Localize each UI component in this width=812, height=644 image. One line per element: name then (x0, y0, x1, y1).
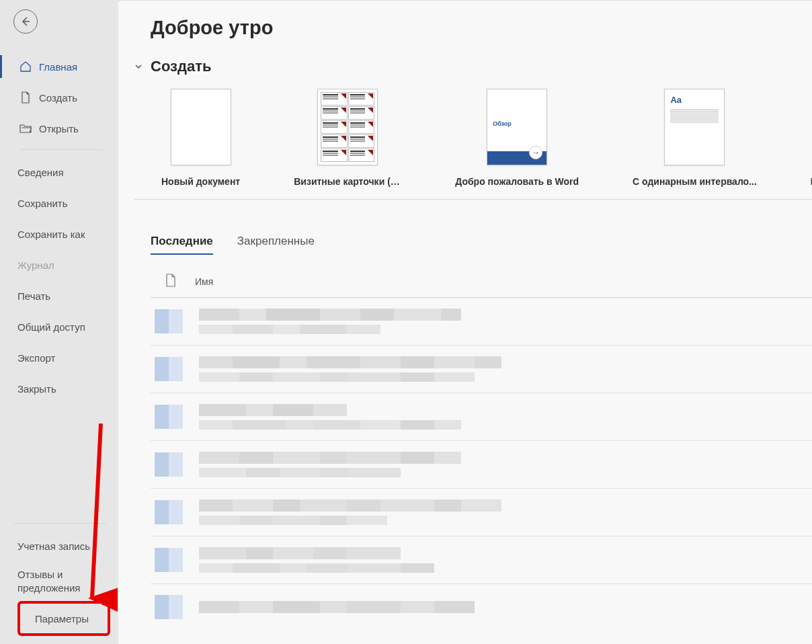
file-text-placeholder (199, 547, 812, 573)
template-welcome[interactable]: Обзор → Добро пожаловать в Word (455, 89, 579, 187)
sidebar: Главная Создать Открыть Сведения Сохрани… (0, 0, 117, 644)
nav-label: Сохранить (17, 198, 68, 209)
nav-account[interactable]: Учетная запись (0, 530, 117, 561)
nav-save-as[interactable]: Сохранить как (0, 218, 117, 249)
nav-label: Открыть (39, 123, 79, 134)
nav-label: Общий доступ (17, 321, 85, 333)
chevron-down-icon (133, 63, 144, 71)
annotation-highlight: Параметры (17, 601, 110, 636)
file-row[interactable] (151, 298, 812, 346)
nav-label: Учетная запись (17, 540, 90, 552)
file-icon-placeholder (155, 500, 183, 524)
template-business-cards[interactable]: Визитные карточки (совр... (294, 89, 401, 187)
file-list (151, 298, 812, 630)
templates-row: Новый документ Визитные карточки (совр..… (151, 89, 812, 187)
file-row[interactable] (151, 346, 812, 393)
nav-feedback[interactable]: Отзывы и предложения (0, 561, 117, 601)
file-text-placeholder (199, 309, 812, 334)
nav-options[interactable]: Параметры (20, 604, 108, 633)
greeting-title: Доброе утро (151, 17, 812, 39)
create-title: Создать (151, 58, 211, 75)
thumb-text: Aa (670, 95, 682, 105)
nav-export[interactable]: Экспорт (0, 342, 117, 373)
template-label: Визитные карточки (совр... (294, 176, 401, 187)
nav-top-section: Главная Создать Открыть (0, 51, 117, 144)
recent-tabs: Последние Закрепленные (151, 235, 812, 255)
template-thumb: Обзор → (487, 89, 547, 165)
nav-info[interactable]: Сведения (0, 157, 117, 188)
main-panel: Доброе утро Создать Новый документ Визит… (118, 0, 812, 644)
file-text-placeholder (199, 452, 812, 477)
file-row[interactable] (151, 393, 812, 441)
home-icon (17, 61, 34, 73)
nav-label: Создать (39, 92, 77, 104)
nav-save[interactable]: Сохранить (0, 188, 117, 218)
nav-label: Сохранить как (17, 229, 85, 240)
file-text-placeholder (199, 356, 812, 382)
nav-label: Сведения (17, 167, 64, 178)
divider (13, 523, 106, 524)
file-icon (17, 91, 34, 104)
file-list-header: Имя (151, 267, 812, 298)
nav-home[interactable]: Главная (0, 51, 117, 82)
create-section-header[interactable]: Создать (133, 58, 812, 75)
file-text-placeholder (199, 601, 812, 613)
template-label: Добро пожаловать в Word (455, 176, 579, 187)
nav-label: Печать (17, 290, 50, 302)
thumb-text: Обзор (493, 120, 512, 127)
tab-recent[interactable]: Последние (151, 235, 213, 255)
nav-label: Экспорт (17, 352, 55, 364)
file-icon-placeholder (155, 357, 183, 381)
nav-label: Параметры (35, 613, 89, 625)
template-thumb: Aa (664, 89, 725, 165)
col-name-label: Имя (195, 276, 213, 287)
nav-share[interactable]: Общий доступ (0, 311, 117, 342)
nav-print[interactable]: Печать (0, 280, 117, 311)
tab-pinned[interactable]: Закрепленные (237, 235, 315, 255)
nav-open[interactable]: Открыть (0, 113, 117, 144)
file-icon (165, 274, 176, 289)
file-icon-placeholder (155, 405, 183, 429)
template-blank[interactable]: Новый документ (161, 89, 240, 187)
file-row[interactable] (151, 536, 812, 584)
nav-label: Журнал (17, 259, 54, 271)
divider (134, 199, 812, 200)
template-thumb (171, 89, 231, 165)
template-single-spacing[interactable]: Aa С одинарным интервало... (633, 89, 757, 187)
file-icon-placeholder (155, 452, 183, 477)
template-label: С одинарным интервало... (633, 176, 757, 187)
back-button[interactable] (13, 9, 38, 34)
file-text-placeholder (199, 404, 812, 430)
template-thumb (317, 89, 378, 165)
nav-mid-section: Сведения Сохранить Сохранить как Журнал … (0, 157, 117, 404)
file-icon-placeholder (155, 548, 183, 572)
file-row[interactable] (151, 441, 812, 489)
nav-label: Главная (39, 61, 77, 73)
nav-label: Закрыть (17, 383, 56, 395)
folder-icon (17, 123, 34, 134)
file-icon-placeholder (155, 595, 183, 619)
nav-history: Журнал (0, 249, 117, 280)
nav-new[interactable]: Создать (0, 82, 117, 113)
nav-close[interactable]: Закрыть (0, 373, 117, 404)
file-icon-placeholder (155, 309, 183, 333)
arrow-left-icon (20, 16, 31, 27)
nav-label: Отзывы и предложения (17, 568, 117, 594)
file-text-placeholder (199, 499, 812, 525)
divider (20, 149, 102, 150)
nav-bottom-section: Учетная запись Отзывы и предложения Пара… (0, 518, 117, 644)
template-label: Новый документ (161, 176, 240, 187)
file-row[interactable] (151, 584, 812, 630)
file-row[interactable] (151, 489, 812, 536)
